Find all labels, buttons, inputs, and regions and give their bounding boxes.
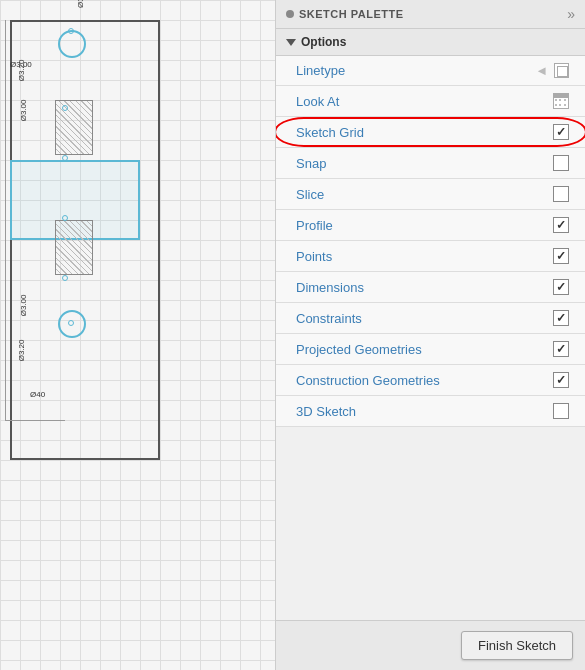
snap-dot-1 (62, 105, 68, 111)
sketch-grid-checkbox[interactable] (553, 124, 569, 140)
row-constraints: Constraints (276, 303, 585, 334)
options-label: Options (301, 35, 346, 49)
palette-rows: Linetype ◄ Look At (276, 56, 585, 620)
row-sketch-grid: Sketch Grid (276, 117, 585, 148)
sketch-grid-label: Sketch Grid (296, 125, 364, 140)
options-header: Options (276, 29, 585, 56)
dimensions-checkbox[interactable] (553, 279, 569, 295)
linetype-copy-icon[interactable] (554, 63, 569, 78)
points-controls (553, 248, 569, 264)
row-construction-geometries: Construction Geometries (276, 365, 585, 396)
3d-sketch-checkbox[interactable] (553, 403, 569, 419)
row-dimensions: Dimensions (276, 272, 585, 303)
profile-label: Profile (296, 218, 333, 233)
projected-geometries-checkbox[interactable] (553, 341, 569, 357)
hatch-rect-1 (55, 100, 93, 155)
hatch-rect-2 (55, 220, 93, 275)
linetype-controls: ◄ (535, 63, 569, 78)
construction-geometries-checkbox[interactable] (553, 372, 569, 388)
row-projected-geometries: Projected Geometries (276, 334, 585, 365)
projected-geometries-label: Projected Geometries (296, 342, 422, 357)
linetype-label: Linetype (296, 63, 345, 78)
dim-v-label-2: Ø3.00 (19, 100, 28, 122)
look-at-calendar-icon[interactable] (553, 93, 569, 109)
dim-line-h (5, 420, 65, 421)
dimensions-controls (553, 279, 569, 295)
dim-line-v (5, 20, 6, 420)
dimensions-label: Dimensions (296, 280, 364, 295)
circle-top (58, 30, 86, 58)
construction-geometries-controls (553, 372, 569, 388)
dot-2 (68, 320, 74, 326)
panel-title-area: SKETCH PALETTE (286, 8, 404, 20)
dim-label-1: Ø3.20 (76, 0, 85, 8)
slice-checkbox[interactable] (553, 186, 569, 202)
row-snap: Snap (276, 148, 585, 179)
dim-v-label-1: Ø3.20 (17, 60, 26, 82)
row-3d-sketch: 3D Sketch (276, 396, 585, 427)
row-slice: Slice (276, 179, 585, 210)
dot-1 (68, 28, 74, 34)
projected-geometries-controls (553, 341, 569, 357)
snap-dot-4 (62, 275, 68, 281)
constraints-label: Constraints (296, 311, 362, 326)
snap-dot-2 (62, 155, 68, 161)
row-profile: Profile (276, 210, 585, 241)
snap-dot-3 (62, 215, 68, 221)
look-at-controls (553, 93, 569, 109)
profile-controls (553, 217, 569, 233)
linetype-arrow-icon[interactable]: ◄ (535, 63, 548, 78)
collapse-triangle-icon (286, 39, 296, 46)
look-at-label: Look At (296, 94, 339, 109)
3d-sketch-label: 3D Sketch (296, 404, 356, 419)
points-label: Points (296, 249, 332, 264)
3d-sketch-controls (553, 403, 569, 419)
row-look-at: Look At (276, 86, 585, 117)
constraints-checkbox[interactable] (553, 310, 569, 326)
cad-area: Ø3.20 Ø3.00 Ø3.20 Ø3.00 Ø3.00 Ø3.20 Ø40 (0, 0, 275, 670)
snap-label: Snap (296, 156, 326, 171)
row-linetype: Linetype ◄ (276, 56, 585, 86)
snap-checkbox[interactable] (553, 155, 569, 171)
panel-title: SKETCH PALETTE (299, 8, 404, 20)
points-checkbox[interactable] (553, 248, 569, 264)
snap-controls (553, 155, 569, 171)
expand-icon[interactable]: » (567, 6, 575, 22)
panel-icon (286, 10, 294, 18)
finish-sketch-button[interactable]: Finish Sketch (461, 631, 573, 660)
profile-checkbox[interactable] (553, 217, 569, 233)
dim-v-label-3: Ø3.00 (19, 295, 28, 317)
sketch-palette-panel: SKETCH PALETTE » Options Linetype ◄ Look… (275, 0, 585, 670)
slice-label: Slice (296, 187, 324, 202)
construction-geometries-label: Construction Geometries (296, 373, 440, 388)
panel-footer: Finish Sketch (276, 620, 585, 670)
sketch-grid-controls (553, 124, 569, 140)
constraints-controls (553, 310, 569, 326)
dim-v-label-4: Ø3.20 (17, 340, 26, 362)
panel-header: SKETCH PALETTE » (276, 0, 585, 29)
row-points: Points (276, 241, 585, 272)
dim-label-40: Ø40 (30, 390, 45, 399)
slice-controls (553, 186, 569, 202)
